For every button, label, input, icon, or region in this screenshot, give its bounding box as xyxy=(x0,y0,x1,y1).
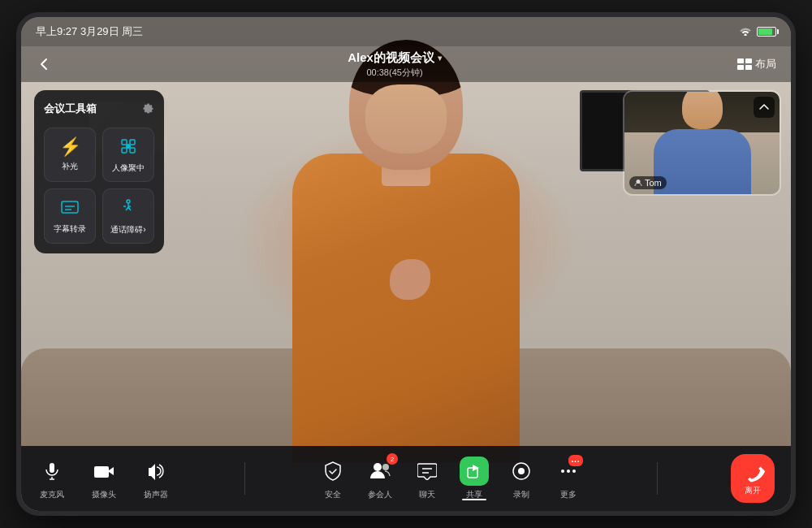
mic-icon xyxy=(37,457,67,486)
more-label: 更多 xyxy=(560,489,577,500)
person-focus-icon xyxy=(119,136,138,159)
svg-rect-6 xyxy=(122,148,127,153)
speaker-icon xyxy=(141,457,171,486)
svg-rect-7 xyxy=(130,148,135,153)
svg-rect-14 xyxy=(50,463,54,473)
mic-label: 麦克风 xyxy=(40,489,64,500)
tool-fill-light[interactable]: ⚡ 补光 xyxy=(44,128,96,182)
battery-icon xyxy=(757,27,776,37)
svg-point-12 xyxy=(127,200,130,203)
svg-rect-4 xyxy=(122,140,127,145)
meeting-title[interactable]: Alex的视频会议 ▾ xyxy=(348,50,442,66)
toolbar-separator-right xyxy=(657,462,658,495)
toolbar-speaker[interactable]: 扬声器 xyxy=(141,457,171,500)
camera-icon xyxy=(89,457,119,486)
status-time: 早上9:27 3月29日 周三 xyxy=(36,24,143,39)
svg-point-18 xyxy=(374,463,382,471)
bottom-toolbar: 麦克风 摄像头 扬声 xyxy=(21,446,791,511)
toolbar-security[interactable]: 安全 xyxy=(318,457,348,500)
svg-rect-0 xyxy=(737,58,744,63)
participants-badge: 2 xyxy=(387,453,398,465)
svg-point-24 xyxy=(518,468,525,474)
toolbar-camera[interactable]: 摄像头 xyxy=(89,457,119,500)
svg-point-8 xyxy=(126,144,131,149)
tools-settings-icon[interactable] xyxy=(140,100,154,118)
fill-light-icon: ⚡ xyxy=(59,136,81,158)
security-label: 安全 xyxy=(325,489,341,500)
subtitle-icon xyxy=(60,197,80,220)
main-person-figure xyxy=(244,72,568,462)
status-bar: 早上9:27 3月29日 周三 xyxy=(21,17,791,46)
toolbar-left-section: 麦克风 摄像头 扬声 xyxy=(37,457,171,500)
toolbar-mic[interactable]: 麦克风 xyxy=(37,457,67,500)
more-badge: ••• xyxy=(568,455,583,466)
svg-rect-5 xyxy=(130,140,135,145)
tools-panel-header: 会议工具箱 xyxy=(44,100,154,118)
toolbar-record[interactable]: 录制 xyxy=(507,457,536,500)
top-nav: Alex的视频会议 ▾ 00:38(45分钟) 布局 xyxy=(21,46,791,82)
record-icon xyxy=(507,457,536,486)
toolbar-share[interactable]: 共享 xyxy=(460,457,489,500)
toolbar-participants[interactable]: 2 参会人 xyxy=(365,457,395,500)
security-icon xyxy=(318,457,348,486)
status-right-icons xyxy=(739,26,776,38)
svg-rect-9 xyxy=(62,201,78,213)
chat-icon xyxy=(412,457,442,486)
thumbnail-participant-name: Tom xyxy=(629,176,667,189)
speaker-label: 扬声器 xyxy=(144,489,168,500)
accessibility-label: 通话障碍› xyxy=(110,225,145,235)
svg-rect-2 xyxy=(737,65,744,70)
meeting-duration: 00:38(45分钟) xyxy=(348,67,442,79)
toolbar-more[interactable]: ••• 更多 xyxy=(554,457,583,500)
thumbnail-head xyxy=(682,90,723,129)
tools-panel: 会议工具箱 ⚡ 补光 xyxy=(34,90,164,253)
person-hand xyxy=(390,259,430,300)
subtitle-label: 字幕转录 xyxy=(54,224,86,234)
thumbnail-name-text: Tom xyxy=(645,178,662,188)
chat-label: 聊天 xyxy=(419,489,435,500)
toolbar-separator xyxy=(244,462,245,495)
participants-label: 参会人 xyxy=(368,489,392,500)
share-active-indicator xyxy=(462,499,486,500)
camera-label: 摄像头 xyxy=(92,489,116,500)
svg-rect-1 xyxy=(745,58,752,63)
person-shirt xyxy=(292,154,520,462)
svg-point-25 xyxy=(561,470,564,473)
meeting-title-area: Alex的视频会议 ▾ 00:38(45分钟) xyxy=(348,50,442,79)
svg-rect-3 xyxy=(745,65,752,70)
tablet-frame: 早上9:27 3月29日 周三 Alex的视频会议 ▾ xyxy=(16,12,796,516)
layout-label: 布局 xyxy=(755,57,776,71)
tool-person-focus[interactable]: 人像聚中 xyxy=(102,128,154,182)
thumbnail-expand-button[interactable] xyxy=(754,97,775,118)
dropdown-arrow-icon: ▾ xyxy=(438,54,442,63)
leave-label: 离开 xyxy=(745,485,761,496)
person-focus-label: 人像聚中 xyxy=(112,163,145,173)
toolbar-center-section: 安全 2 参会人 xyxy=(318,457,583,500)
svg-point-26 xyxy=(567,470,570,473)
person-face xyxy=(365,84,447,154)
share-icon-bg xyxy=(460,457,489,486)
toolbar-chat[interactable]: 聊天 xyxy=(412,457,442,500)
record-label: 录制 xyxy=(513,489,529,500)
share-icon xyxy=(460,457,489,486)
tools-grid: ⚡ 补光 人像聚中 xyxy=(44,128,154,244)
back-button[interactable] xyxy=(36,56,52,72)
thumbnail-person xyxy=(654,90,751,194)
thumbnail-video-tom[interactable]: Tom xyxy=(623,90,781,196)
leave-phone-icon xyxy=(739,457,767,486)
thumbnail-body xyxy=(654,129,751,194)
wifi-icon xyxy=(739,26,752,38)
battery-fill xyxy=(758,28,772,35)
tool-subtitle[interactable]: 字幕转录 xyxy=(44,188,96,244)
fill-light-label: 补光 xyxy=(62,162,78,171)
leave-meeting-button[interactable]: 离开 xyxy=(731,454,775,503)
svg-point-19 xyxy=(382,464,389,470)
tool-accessibility[interactable]: 通话障碍› xyxy=(102,188,154,244)
svg-rect-17 xyxy=(94,466,109,478)
tools-panel-title: 会议工具箱 xyxy=(44,102,97,116)
svg-point-27 xyxy=(572,470,576,473)
accessibility-icon xyxy=(119,197,138,221)
layout-button[interactable]: 布局 xyxy=(737,57,776,71)
